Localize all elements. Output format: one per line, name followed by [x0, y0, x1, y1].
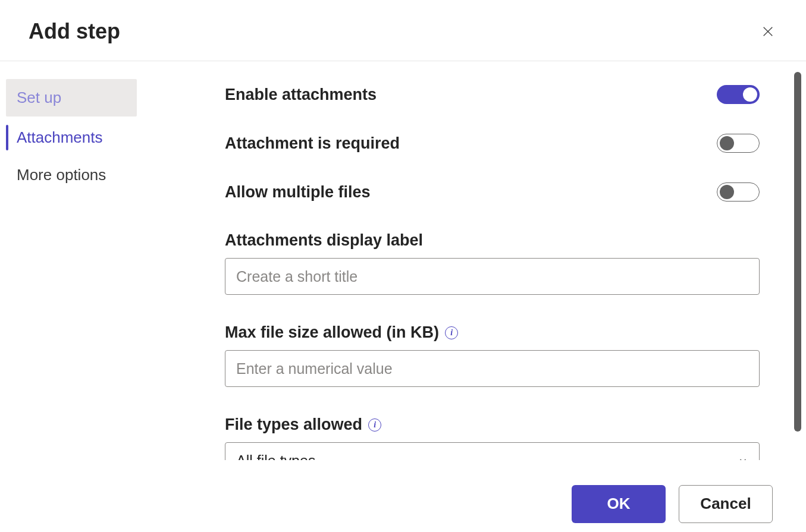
main-panel: Enable attachments Attachment is require… [143, 61, 806, 470]
sidebar-item-set-up[interactable]: Set up [6, 79, 137, 117]
sidebar-item-attachments[interactable]: Attachments [6, 119, 137, 156]
select-value: All file types [236, 452, 315, 461]
chevron-down-icon [738, 452, 748, 461]
cutoff-region: All file types [225, 442, 760, 460]
sidebar-item-label: More options [17, 166, 106, 184]
toggle-label: Enable attachments [225, 86, 377, 104]
cancel-button[interactable]: Cancel [679, 485, 773, 523]
max-file-size-input[interactable] [225, 350, 760, 387]
toggle-allow-multiple-files[interactable] [717, 182, 760, 202]
close-icon [761, 25, 774, 38]
dialog-header: Add step [0, 0, 806, 61]
toggle-enable-attachments[interactable] [717, 85, 760, 104]
sidebar-item-label: Set up [17, 89, 61, 106]
scrollbar-thumb[interactable] [794, 72, 801, 432]
button-label: OK [607, 495, 631, 513]
toggle-knob [743, 87, 757, 102]
main-scroll-area: Enable attachments Attachment is require… [225, 85, 777, 470]
field-label-text: File types allowed [225, 415, 362, 434]
file-types-select[interactable]: All file types [225, 442, 760, 460]
field-label-file-types: File types allowed i [225, 415, 760, 434]
toggle-row-enable-attachments: Enable attachments [225, 85, 760, 104]
toggle-row-allow-multiple: Allow multiple files [225, 182, 760, 202]
sidebar-item-more-options[interactable]: More options [6, 156, 137, 194]
dialog-body: Set up Attachments More options Enable a… [0, 61, 806, 470]
toggle-attachment-required[interactable] [717, 134, 760, 153]
toggle-knob [720, 185, 734, 199]
info-icon[interactable]: i [445, 326, 458, 339]
field-label-display-label: Attachments display label [225, 231, 760, 250]
dialog-footer: OK Cancel [0, 476, 806, 532]
button-label: Cancel [700, 495, 751, 513]
field-label-max-size: Max file size allowed (in KB) i [225, 323, 760, 342]
field-label-text: Attachments display label [225, 231, 423, 250]
display-label-input[interactable] [225, 258, 760, 295]
sidebar-item-label: Attachments [17, 128, 103, 146]
ok-button[interactable]: OK [572, 485, 666, 523]
toggle-label: Allow multiple files [225, 183, 371, 202]
toggle-label: Attachment is required [225, 134, 400, 153]
info-icon[interactable]: i [368, 418, 381, 432]
toggle-knob [720, 136, 734, 150]
dialog-title: Add step [29, 19, 120, 44]
field-label-text: Max file size allowed (in KB) [225, 323, 439, 342]
sidebar: Set up Attachments More options [0, 61, 143, 470]
toggle-row-attachment-required: Attachment is required [225, 134, 760, 153]
close-button[interactable] [758, 22, 777, 41]
